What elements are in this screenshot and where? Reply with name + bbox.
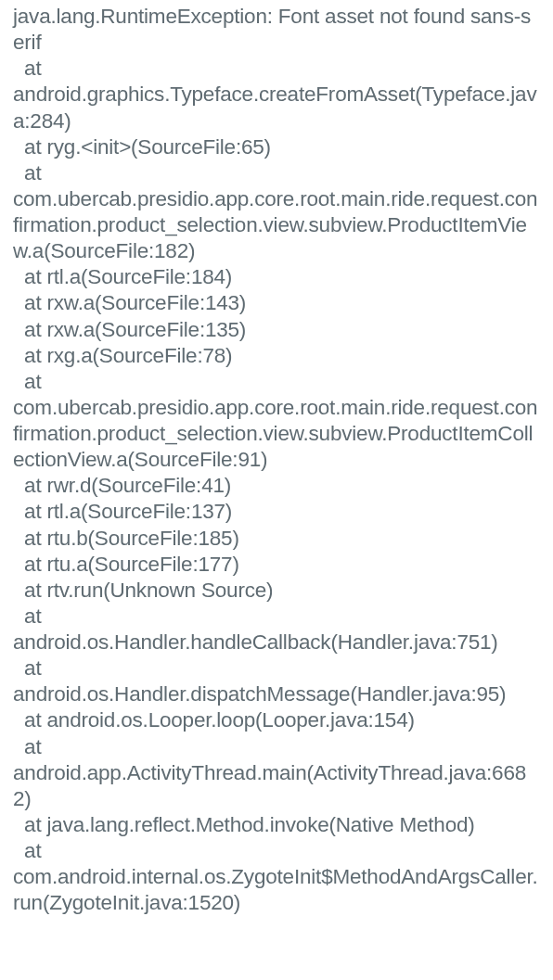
- stacktrace-text: java.lang.RuntimeException: Font asset n…: [13, 4, 540, 916]
